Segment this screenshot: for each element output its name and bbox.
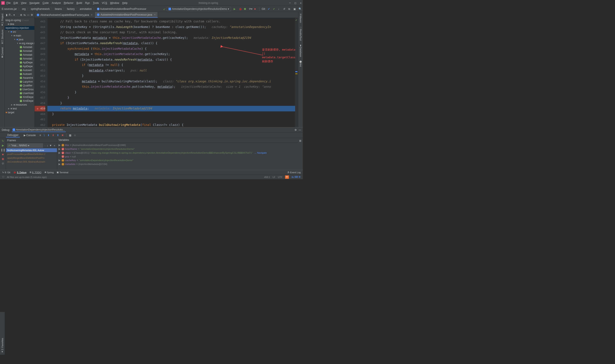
tree-class[interactable]: c Annotati — [5, 45, 34, 49]
menu-vcs[interactable]: VCS — [102, 1, 107, 4]
tree-class[interactable]: c Autowiri — [5, 68, 34, 72]
gear-icon[interactable]: ⚙ — [31, 13, 33, 16]
variable-row[interactable]: ▶pbeanName = "annotationDependencyInject… — [57, 147, 298, 151]
tree-class[interactable]: c AwareInt — [5, 76, 34, 80]
menu-analyze[interactable]: Analyze — [52, 1, 61, 4]
crumb-root[interactable]: E-sources.jar — [1, 7, 17, 11]
debug-tool-tab[interactable]: 🐞 5: Debug — [13, 171, 27, 174]
ant-tool-tab[interactable]: ⬤Ant — [299, 59, 302, 68]
crumb-springframework[interactable]: springframework — [30, 7, 50, 11]
menu-code[interactable]: Code — [42, 1, 49, 4]
tree-idea[interactable]: ■ dea — [5, 22, 34, 26]
tree-class[interactable]: c ApiDepe — [5, 61, 34, 65]
editor-tab-1[interactable]: AutowiredAnnotationBeanPostProcessor.jav… — [95, 12, 158, 18]
close-icon[interactable]: × — [154, 13, 155, 16]
variable-row[interactable]: ▶pclazz = {Class@1911} "class org.xiaoge… — [57, 151, 298, 155]
debugger-tab[interactable]: Debugger — [6, 133, 20, 137]
ime-indicator[interactable]: 中 — [285, 175, 289, 179]
scroll-mark[interactable] — [295, 73, 297, 74]
step-over-icon[interactable]: ≡ — [40, 134, 41, 137]
variables-list[interactable]: ▶≡this = {AutowiredAnnotationBeanPostPro… — [57, 143, 298, 170]
stack-frame[interactable]: applyMergedBeanDefinitionPostPro — [6, 156, 57, 160]
menu-window[interactable]: Window — [110, 1, 119, 4]
menu-run[interactable]: Run — [85, 1, 90, 4]
tree-java[interactable]: ▼■ java — [5, 38, 34, 41]
tree-class[interactable]: c Annotati — [5, 53, 34, 57]
variable-row[interactable]: ppvs = null — [57, 155, 298, 158]
tree-class[interactable]: c LazyAnn — [5, 80, 34, 84]
frames-list[interactable]: findAutowiringMetadata:459, Autow postPr… — [6, 148, 57, 170]
tree-target[interactable]: ■ target — [5, 111, 34, 114]
crumb-org[interactable]: org — [22, 7, 26, 11]
tree-class[interactable]: c Qualifier — [5, 84, 34, 88]
tree-class[interactable]: c XmlDepe — [5, 95, 34, 99]
right-scrollbar-gutter[interactable]: ✔ — [295, 18, 298, 127]
tree-class[interactable]: c ApiDepe — [5, 65, 34, 68]
menu-edit[interactable]: Edit — [13, 1, 18, 4]
editor-tab-0[interactable]: AbstractAutowireCapableBeanFactory.java× — [35, 12, 95, 18]
terminal-tool-tab[interactable]: ▣ Terminal — [57, 171, 68, 174]
scroll-mark[interactable] — [295, 71, 297, 72]
debug-session-tab[interactable]: AnnotationDependencyInjectionResolutio..… — [12, 128, 66, 132]
resume-icon[interactable]: ▶ — [2, 144, 4, 147]
tree-module[interactable]: lependency-injection — [5, 26, 34, 30]
coverage-button[interactable]: ⬢ — [244, 7, 247, 11]
chevron-down-icon[interactable]: ▾ — [13, 13, 15, 16]
event-log-tab[interactable]: ◔ Event Log — [287, 171, 301, 174]
maximize-button[interactable]: □ — [295, 1, 296, 4]
todo-tool-tab[interactable]: ≣ 6: TODO — [29, 171, 41, 174]
variable-row[interactable]: ▶≡metadata = {InjectionMetadata@2194} — [57, 162, 298, 166]
menu-tools[interactable]: Tools — [93, 1, 99, 4]
file-encoding[interactable]: UTF — [278, 176, 282, 178]
menu-file[interactable]: File — [6, 1, 11, 4]
layout-icon[interactable]: ⊞ — [299, 139, 301, 142]
git-update-button[interactable]: ↓ — [278, 7, 281, 11]
project-tree[interactable]: king-in-spring D:\work ■ dea lependency-… — [5, 18, 34, 127]
tree-class[interactable]: c Annotati — [5, 49, 34, 53]
trace-icon[interactable]: ≣ — [74, 134, 76, 137]
mute-breakpoints-icon[interactable]: ⊘ — [2, 162, 4, 165]
restful-tool-tab[interactable]: ◌RestfulTool — [299, 25, 302, 42]
tree-package[interactable]: ▼■ org.xiaoge.t — [5, 41, 34, 45]
tree-class[interactable]: c XmlDepe — [5, 99, 34, 103]
run-button[interactable]: ▶ — [234, 7, 237, 11]
crumb-factory[interactable]: factory — [67, 7, 75, 11]
collapse-icon[interactable]: ⇆ — [24, 13, 26, 16]
structure-tool-tab[interactable]: ⊞7: Structure — [1, 28, 4, 46]
profiler-button[interactable]: ⟳▾ — [249, 7, 252, 11]
navigate-link[interactable]: ... Navigate — [254, 152, 267, 154]
force-step-into-icon[interactable]: ⬇ — [47, 134, 50, 137]
database-tool-tab[interactable]: ▮Database — [299, 42, 302, 59]
code-content[interactable]: // Fall back to class name as cache key,… — [47, 18, 295, 127]
ime-extras[interactable]: 🖮 ⌨ ⚙ — [292, 176, 301, 178]
line-gutter[interactable]: 443444 445446 447448 449450 451452 45345… — [35, 18, 47, 127]
filter-icon[interactable]: ▼ — [49, 144, 52, 147]
tree-class[interactable]: c Annotati — [5, 57, 34, 61]
crumb-annotation[interactable]: annotation — [79, 7, 92, 11]
tree-src[interactable]: ▼■ src — [5, 30, 34, 34]
thread-selector[interactable]: ✔"mai... NNING ▾ — [7, 143, 43, 148]
tree-class[interactable]: c UserHold — [5, 91, 34, 95]
tree-class[interactable]: c Autowiri — [5, 72, 34, 76]
project-view-label[interactable]: P... — [9, 13, 12, 16]
git-rollback-button[interactable]: ⧉ — [288, 7, 291, 11]
tree-project-root[interactable]: king-in-spring D:\work — [5, 18, 34, 22]
menu-view[interactable]: View — [21, 1, 27, 4]
variable-row[interactable]: ▶≡cacheKey = "annotationDependencyInject… — [57, 158, 298, 162]
run-configuration-combo[interactable]: AnnotationDependencyInjectionResolutionD… — [167, 7, 231, 11]
next-frame-icon[interactable]: ↓ — [47, 144, 48, 147]
stack-frame[interactable]: findAutowiringMetadata:459, Autow — [6, 148, 57, 152]
git-history-button[interactable]: ↺ — [283, 7, 286, 11]
menu-help[interactable]: Help — [122, 1, 127, 4]
hide-icon[interactable]: — — [298, 129, 301, 131]
target-icon[interactable]: ⊕ — [20, 13, 22, 16]
menu-navigate[interactable]: Navigate — [29, 1, 40, 4]
crumb-beans[interactable]: beans — [54, 7, 62, 11]
minimize-button[interactable]: ─ — [289, 1, 291, 4]
console-tab[interactable]: ▶ Console — [22, 133, 37, 137]
maven-tool-tab[interactable]: mMaven — [299, 12, 302, 25]
gear-icon[interactable]: ⚙ — [294, 129, 297, 131]
line-separator[interactable]: LF — [273, 176, 275, 178]
menu-refactor[interactable]: Refactor — [64, 1, 73, 4]
tree-class[interactable]: c UserGrou — [5, 88, 34, 91]
